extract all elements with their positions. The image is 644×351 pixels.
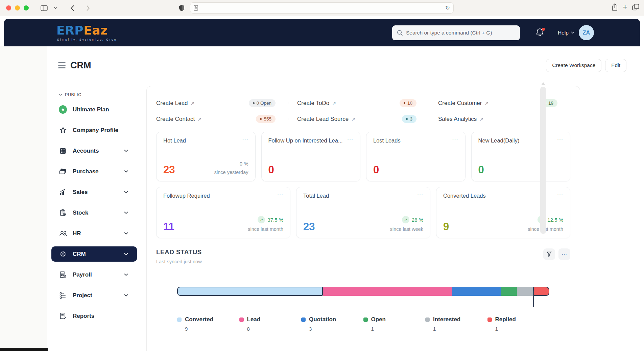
sales-analytics-link[interactable]: Sales Analytics↗: [438, 116, 483, 123]
card-delta: ↗37.5 %: [258, 216, 283, 223]
scrollbar-up-arrow[interactable]: [542, 82, 545, 85]
invoice-dollar-icon: $: [59, 271, 67, 278]
card-menu-icon[interactable]: ···: [240, 137, 248, 140]
sidebar-item-accounts[interactable]: Accounts: [51, 140, 137, 161]
card-period: since last month: [248, 226, 283, 232]
notifications-bell-icon[interactable]: [535, 28, 546, 38]
chevron-down-icon[interactable]: [124, 273, 128, 276]
star-badge-icon: ★: [59, 105, 67, 114]
bar-segment-lead[interactable]: [323, 287, 452, 296]
legend-item-converted[interactable]: Converted 9: [177, 316, 239, 332]
window-controls[interactable]: [6, 5, 29, 10]
sidebar-collapse-icon[interactable]: [58, 62, 66, 68]
privacy-shield-icon[interactable]: [176, 3, 187, 13]
address-bar[interactable]: ↻: [190, 2, 454, 14]
chevron-down-icon[interactable]: [124, 212, 128, 214]
card-menu-icon[interactable]: ···: [554, 137, 563, 140]
sidebar-item-label: Reports: [73, 313, 94, 320]
card-menu-icon[interactable]: ···: [414, 193, 423, 196]
create-customer-link[interactable]: Create Customer↗: [438, 100, 488, 107]
sidebar-item-stock[interactable]: Stock: [51, 202, 137, 223]
card-value: 9: [443, 221, 449, 232]
create-lead-link[interactable]: Create Lead↗: [156, 100, 194, 107]
forward-button-icon[interactable]: [82, 3, 94, 13]
legend-item-interested[interactable]: Interested 1: [425, 316, 487, 332]
bar-segment-replied[interactable]: [533, 287, 549, 296]
search-icon: [397, 30, 403, 36]
card-menu-icon[interactable]: ···: [554, 193, 563, 196]
close-window-icon[interactable]: [6, 5, 11, 10]
open-count-badge[interactable]: 0 Open: [249, 99, 276, 107]
sidebar-item-reports[interactable]: Reports: [51, 306, 137, 326]
legend-label: Open: [371, 316, 386, 323]
legend-label: Interested: [433, 316, 460, 323]
legend-label: Converted: [185, 316, 213, 323]
sidebar-chevron-icon[interactable]: [50, 3, 61, 13]
zoom-window-icon[interactable]: [24, 5, 29, 10]
bar-segment-converted[interactable]: [177, 287, 323, 296]
bar-segment-interested[interactable]: [517, 287, 533, 296]
filter-button[interactable]: [543, 248, 555, 260]
edit-button[interactable]: Edit: [605, 59, 626, 72]
todo-count-badge[interactable]: 10: [400, 99, 416, 107]
new-tab-icon[interactable]: +: [623, 3, 627, 11]
create-todo-link[interactable]: Create ToDo↗: [297, 100, 336, 107]
create-contact-link[interactable]: Create Contact↗: [156, 116, 201, 123]
sidebar-toggle-icon[interactable]: [38, 3, 50, 13]
trend-up-icon: ↗: [258, 216, 265, 223]
shortcut-cell: Create Customer↗ 19: [429, 99, 570, 107]
back-button-icon[interactable]: [67, 3, 78, 13]
tab-overview-icon[interactable]: [632, 4, 639, 10]
sidebar-item-purchase[interactable]: Purchase: [51, 161, 137, 182]
sidebar-item-company-profile[interactable]: Company Profile: [51, 120, 137, 140]
calculator-icon: [59, 148, 67, 154]
card-menu-icon[interactable]: ···: [275, 193, 283, 196]
bar-segment-open[interactable]: [501, 287, 517, 296]
dashboard-container: Create Lead↗ 0 Open Create ToDo↗ 10 Crea…: [146, 86, 580, 351]
sidebar-item-payroll[interactable]: $ Payroll: [51, 264, 137, 285]
chevron-down-icon[interactable]: [124, 294, 128, 297]
card-menu-icon[interactable]: ···: [344, 137, 353, 140]
sidebar-item-project[interactable]: Project: [51, 285, 137, 306]
card-menu-icon[interactable]: ···: [450, 137, 458, 140]
global-search-input[interactable]: Search or type a command (Ctrl + G): [392, 25, 520, 40]
chevron-down-icon[interactable]: [124, 191, 128, 193]
sidebar-item-ultimate-plan[interactable]: ★ Ultimate Plan: [51, 99, 137, 120]
chevron-down-icon: [571, 31, 575, 34]
sidebar-item-label: Sales: [73, 189, 88, 196]
legend-item-open[interactable]: Open 1: [363, 316, 426, 332]
sidebar-item-crm[interactable]: CRM: [51, 246, 137, 262]
refresh-icon[interactable]: ↻: [445, 4, 450, 12]
share-icon[interactable]: [612, 3, 618, 11]
legend-item-lead[interactable]: Lead 8: [239, 316, 302, 332]
create-workspace-button[interactable]: Create Workspace: [546, 59, 601, 72]
create-lead-source-link[interactable]: Create Lead Source↗: [297, 116, 355, 123]
user-avatar[interactable]: ZA: [579, 25, 594, 40]
stacked-bar[interactable]: [177, 287, 549, 296]
sidebar-item-sales[interactable]: Sales: [51, 182, 137, 202]
minimize-window-icon[interactable]: [15, 5, 20, 10]
chevron-down-icon[interactable]: [124, 170, 128, 173]
sidebar-section-public[interactable]: PUBLIC: [59, 92, 146, 97]
vertical-scrollbar[interactable]: [540, 87, 546, 234]
trend-up-icon: ↗: [402, 216, 409, 223]
legend-swatch: [177, 317, 182, 322]
reader-view-icon[interactable]: [194, 5, 198, 11]
chart-growth-icon: [59, 189, 67, 196]
chevron-down-icon[interactable]: [124, 150, 128, 152]
app-logo[interactable]: ERPEaz Simplify. Systemize. Grow: [56, 24, 117, 41]
chevron-down-icon[interactable]: [124, 232, 128, 235]
logo-text-primary: ERP: [56, 23, 84, 37]
chevron-down-icon[interactable]: [124, 253, 128, 255]
legend-item-quotation[interactable]: Quotation 3: [301, 316, 363, 332]
lead-source-count-badge[interactable]: 3: [402, 115, 416, 123]
card-delta: ↗28 %: [402, 216, 423, 223]
contact-count-badge[interactable]: 555: [256, 115, 276, 123]
help-menu[interactable]: Help: [558, 30, 575, 36]
sidebar-item-hr[interactable]: HR: [51, 223, 137, 244]
legend-item-replied[interactable]: Replied 1: [487, 316, 550, 332]
chart-menu-button[interactable]: ···: [558, 248, 570, 260]
logo-text-secondary: Eaz: [84, 23, 108, 37]
clipboard-check-icon: [59, 209, 67, 216]
bar-segment-quotation[interactable]: [452, 287, 501, 296]
